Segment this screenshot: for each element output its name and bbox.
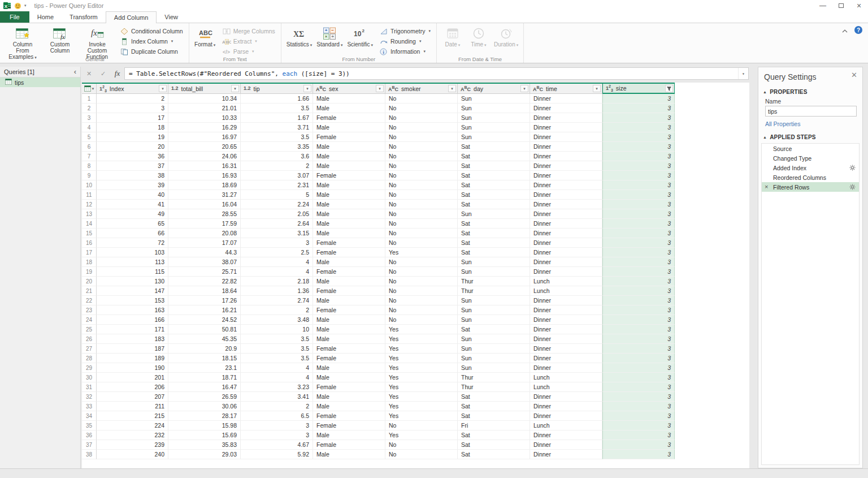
cell[interactable]: Sun xyxy=(458,334,530,344)
cell[interactable]: 3.5 xyxy=(241,344,313,354)
cell[interactable]: 25.71 xyxy=(168,267,241,277)
cell[interactable]: 4.67 xyxy=(241,440,313,450)
cell[interactable]: No xyxy=(385,180,458,190)
cell[interactable]: Dinner xyxy=(530,238,602,248)
cell[interactable]: Dinner xyxy=(530,411,602,421)
cell[interactable]: 39 xyxy=(97,180,168,190)
cell[interactable]: 23.1 xyxy=(168,363,241,373)
row-number[interactable]: 34 xyxy=(82,411,97,421)
cell[interactable]: 19 xyxy=(97,132,168,142)
cell[interactable]: 189 xyxy=(97,354,168,363)
duration-button[interactable]: Duration▾ xyxy=(492,24,520,48)
cell[interactable]: Female xyxy=(313,411,385,421)
row-number[interactable]: 18 xyxy=(82,257,97,267)
information-button[interactable]: iInformation▾ xyxy=(376,46,433,57)
row-number[interactable]: 12 xyxy=(82,200,97,209)
cell[interactable]: 3 xyxy=(602,305,675,315)
cell[interactable]: 3.15 xyxy=(241,229,313,238)
cell[interactable]: 3.5 xyxy=(241,104,313,113)
cell[interactable]: 20.9 xyxy=(168,344,241,354)
row-number[interactable]: 10 xyxy=(82,180,97,190)
filter-dropdown-icon[interactable]: ▾ xyxy=(159,85,167,92)
filter-dropdown-icon[interactable]: ▾ xyxy=(448,85,456,92)
cell[interactable]: Female xyxy=(313,382,385,392)
cell[interactable]: Female xyxy=(313,132,385,142)
row-number[interactable]: 1 xyxy=(82,94,97,104)
cell[interactable]: Dinner xyxy=(530,180,602,190)
trigonometry-button[interactable]: Trigonometry▾ xyxy=(376,26,433,36)
cell[interactable]: No xyxy=(385,200,458,209)
cell[interactable]: 29.03 xyxy=(168,450,241,459)
cell[interactable]: No xyxy=(385,161,458,171)
cell[interactable]: Lunch xyxy=(530,286,602,296)
cell[interactable]: No xyxy=(385,257,458,267)
cell[interactable]: No xyxy=(385,229,458,238)
row-number[interactable]: 5 xyxy=(82,132,97,142)
cell[interactable]: 3 xyxy=(602,286,675,296)
statistics-button[interactable]: ΧΣStatistics▾ xyxy=(284,24,315,48)
cell[interactable]: 16.21 xyxy=(168,305,241,315)
cell[interactable]: 239 xyxy=(97,440,168,450)
cell[interactable]: 153 xyxy=(97,296,168,305)
cell[interactable]: Sun xyxy=(458,305,530,315)
cell[interactable]: Dinner xyxy=(530,132,602,142)
maximize-button[interactable] xyxy=(832,0,850,11)
cell[interactable]: 3 xyxy=(602,248,675,257)
cell[interactable]: 3 xyxy=(602,296,675,305)
cell[interactable]: 2.18 xyxy=(241,277,313,286)
tab-view[interactable]: View xyxy=(157,11,186,23)
row-number[interactable]: 8 xyxy=(82,161,97,171)
cell[interactable]: No xyxy=(385,305,458,315)
cell[interactable]: Male xyxy=(313,334,385,344)
cell[interactable]: Sun xyxy=(458,315,530,325)
cell[interactable]: Sat xyxy=(458,402,530,411)
quick-access-dropdown-icon[interactable]: ▾ xyxy=(24,3,27,8)
cell[interactable]: 49 xyxy=(97,209,168,219)
applied-step-source[interactable]: Source xyxy=(762,144,859,153)
column-header-index[interactable]: 123Index▾ xyxy=(97,84,168,94)
row-number[interactable]: 15 xyxy=(82,229,97,238)
cell[interactable]: Male xyxy=(313,402,385,411)
cell[interactable]: Male xyxy=(313,104,385,113)
row-number[interactable]: 22 xyxy=(82,296,97,305)
cell[interactable]: No xyxy=(385,171,458,180)
row-number[interactable]: 14 xyxy=(82,219,97,229)
column-header-tip[interactable]: 1.2tip▾ xyxy=(241,84,313,94)
filter-dropdown-icon[interactable]: ▾ xyxy=(303,85,311,92)
time-button[interactable]: Time▾ xyxy=(466,24,492,48)
cell[interactable]: 2.5 xyxy=(241,248,313,257)
cell[interactable]: 28.55 xyxy=(168,209,241,219)
collapse-queries-pane-icon[interactable]: ‹ xyxy=(74,69,76,75)
cell[interactable]: Male xyxy=(313,277,385,286)
cell[interactable]: 3.5 xyxy=(241,334,313,344)
cell[interactable]: 3 xyxy=(602,354,675,363)
applied-step-added-index[interactable]: Added Index xyxy=(762,163,859,173)
cell[interactable]: 3.35 xyxy=(241,142,313,152)
cell[interactable]: 20.08 xyxy=(168,229,241,238)
cell[interactable]: No xyxy=(385,152,458,161)
row-number[interactable]: 32 xyxy=(82,392,97,402)
cell[interactable]: 1.67 xyxy=(241,113,313,123)
cell[interactable]: No xyxy=(385,450,458,459)
cell[interactable]: No xyxy=(385,113,458,123)
row-number[interactable]: 36 xyxy=(82,430,97,440)
minimize-button[interactable]: — xyxy=(814,0,832,11)
cell[interactable]: Sun xyxy=(458,132,530,142)
cell[interactable]: Sat xyxy=(458,171,530,180)
close-button[interactable]: × xyxy=(850,0,868,11)
cell[interactable]: Fri xyxy=(458,421,530,430)
cell[interactable]: 17 xyxy=(97,113,168,123)
row-number[interactable]: 17 xyxy=(82,248,97,257)
cell[interactable]: Male xyxy=(313,296,385,305)
cell[interactable]: Yes xyxy=(385,344,458,354)
cell[interactable]: Dinner xyxy=(530,142,602,152)
cell[interactable]: Dinner xyxy=(530,315,602,325)
cell[interactable]: Female xyxy=(313,171,385,180)
column-header-size[interactable]: 123size xyxy=(602,84,675,94)
cell[interactable]: 3 xyxy=(602,180,675,190)
cell[interactable]: 207 xyxy=(97,392,168,402)
row-number[interactable]: 25 xyxy=(82,325,97,334)
cell[interactable]: Male xyxy=(313,229,385,238)
cell[interactable]: 3 xyxy=(602,123,675,132)
cell[interactable]: 45.35 xyxy=(168,334,241,344)
